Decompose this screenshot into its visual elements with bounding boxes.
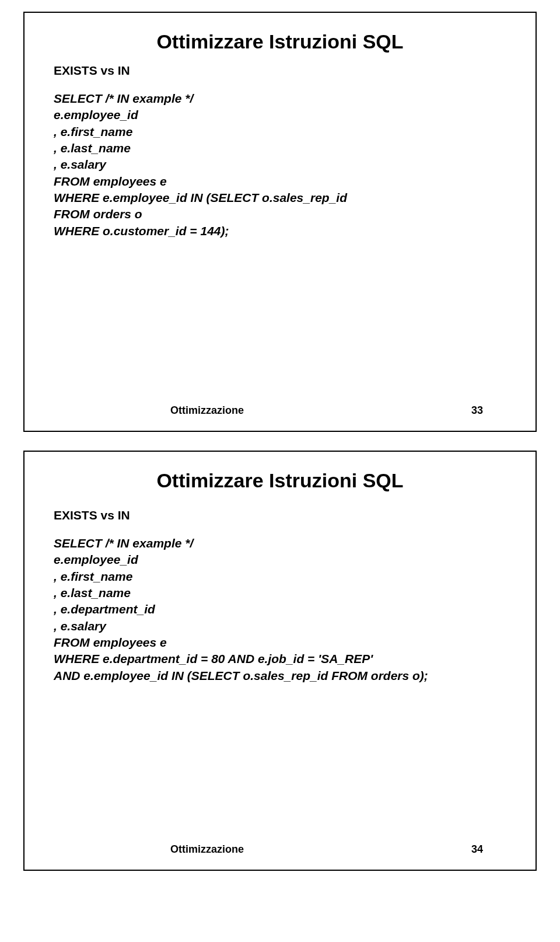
slide-footer: Ottimizzazione 33 (54, 404, 506, 419)
section-label: EXISTS vs IN (54, 508, 506, 522)
section-label: EXISTS vs IN (54, 64, 506, 78)
slide-frame: Ottimizzare Istruzioni SQL EXISTS vs IN … (23, 12, 537, 432)
footer-label: Ottimizzazione (170, 843, 244, 856)
sql-code-block: SELECT /* IN example */ e.employee_id , … (54, 90, 506, 239)
footer-label: Ottimizzazione (170, 404, 244, 417)
slide-2: Ottimizzare Istruzioni SQL EXISTS vs IN … (0, 439, 560, 878)
slide-title: Ottimizzare Istruzioni SQL (54, 469, 506, 492)
page-number: 34 (471, 843, 483, 856)
page-number: 33 (471, 404, 483, 417)
slide-title: Ottimizzare Istruzioni SQL (54, 30, 506, 53)
slide-frame: Ottimizzare Istruzioni SQL EXISTS vs IN … (23, 451, 537, 871)
sql-code-block: SELECT /* IN example */ e.employee_id , … (54, 535, 506, 684)
slide-1: Ottimizzare Istruzioni SQL EXISTS vs IN … (0, 0, 560, 439)
slide-footer: Ottimizzazione 34 (54, 843, 506, 858)
